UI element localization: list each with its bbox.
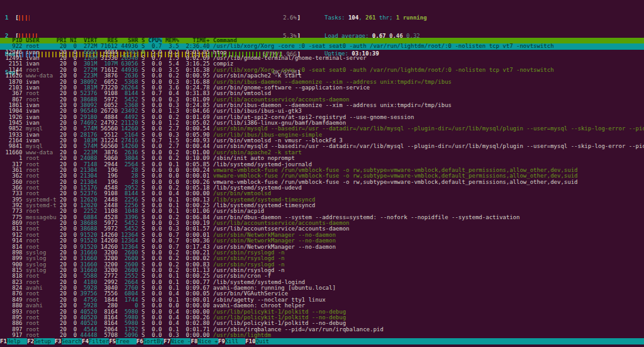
column-header-ni[interactable]: NI bbox=[70, 38, 77, 43]
process-row[interactable]: 917 root 20 0 44448 5708 5096 S 0.0 0.3 … bbox=[0, 333, 644, 338]
process-row[interactable]: 1861 ivan 20 0 38092 6052 5368 S 0.0 0.3… bbox=[0, 103, 644, 108]
column-header-state[interactable]: S bbox=[142, 38, 145, 43]
process-row[interactable]: 867 root 20 0 38688 5972 5452 S 0.0 0.3 … bbox=[0, 97, 644, 103]
column-header-mem[interactable]: MEM% bbox=[165, 38, 179, 43]
process-row[interactable]: 2164 ivan 20 0 103M 31224 27416 S 0.7 1.… bbox=[0, 138, 644, 144]
cell-mem: 0.4 bbox=[165, 191, 179, 196]
process-row[interactable]: 922 root 20 0 272M 71612 44936 S 0.7 3.5… bbox=[0, 43, 644, 49]
process-row[interactable]: 9841 mysql 20 0 574M 56560 14260 S 0.0 2… bbox=[0, 144, 644, 149]
cell-res: 5708 bbox=[101, 333, 118, 338]
process-row[interactable]: 823 root 20 0 4180 2992 2664 S 0.0 0.1 0… bbox=[0, 280, 644, 285]
process-row[interactable]: 12946 ivan 20 0 6604 4084 2792 R 5.9 0.2… bbox=[0, 50, 644, 55]
column-header-time[interactable]: TIME+ bbox=[182, 38, 209, 43]
cell-res: 196 bbox=[101, 168, 118, 173]
cell-command: avahi-daemon: chroot helper bbox=[213, 303, 644, 309]
cell-res: 7556 bbox=[101, 291, 118, 297]
cell-cpu: 0.0 bbox=[148, 244, 162, 250]
process-row[interactable]: 362 root 20 0 21304 196 28 S 0.0 0.0 0:0… bbox=[0, 173, 644, 179]
process-row[interactable]: 773 root 20 0 2252 1108 1048 S 0.0 0.1 0… bbox=[0, 208, 644, 214]
process-row[interactable]: 1933 ivan 20 0 28176 5512 5164 S 0.0 0.3… bbox=[0, 132, 644, 138]
cell-command: /usr/lib/policykit-1/polkitd --no-debug bbox=[213, 315, 644, 321]
column-header-pri[interactable]: PRI bbox=[57, 38, 67, 43]
cell-res: 2064 bbox=[101, 327, 118, 333]
process-row[interactable]: 876 root 20 0 39756 7556 6804 S 0.0 0.4 … bbox=[0, 291, 644, 297]
process-row[interactable]: 395 systemd-t 20 0 12620 2448 2256 S 0.0… bbox=[0, 197, 644, 203]
process-row[interactable]: 733 root 20 0 52376 9108 8144 S 0.0 0.4 … bbox=[0, 191, 644, 196]
function-key[interactable]: F1Help bbox=[0, 338, 27, 344]
cell-shr: 5368 bbox=[121, 103, 138, 108]
process-row[interactable]: 899 syslog 20 0 31660 3200 2600 S 0.0 0.… bbox=[0, 256, 644, 261]
column-header-virt[interactable]: VIRT bbox=[80, 38, 97, 43]
function-key[interactable]: F9Kill bbox=[218, 338, 245, 344]
process-row[interactable]: 392 systemd-t 20 0 12620 2448 2256 S 0.0… bbox=[0, 203, 644, 208]
cell-command: /usr/lib/at-spi2-core/at-spi2-registryd … bbox=[213, 115, 644, 120]
process-row[interactable]: 9852 mysql 20 0 574M 56560 14260 S 0.0 2… bbox=[0, 126, 644, 132]
function-key[interactable]: F10Quit bbox=[245, 338, 276, 344]
process-row[interactable]: 1904 ivan 20 0 96540 26720 23492 S 0.0 1… bbox=[0, 108, 644, 114]
process-row[interactable]: 897 root 20 0 4544 2064 1792 S 0.0 0.1 0… bbox=[0, 327, 644, 333]
cell-virt: 21304 bbox=[80, 179, 97, 185]
cell-user: root bbox=[26, 91, 57, 96]
function-key[interactable]: F4Filter bbox=[82, 338, 109, 344]
process-row[interactable]: 2103 ivan 20 0 181M 73220 26264 S 0.0 3.… bbox=[0, 85, 644, 91]
cell-res: 56560 bbox=[101, 144, 118, 149]
cell-time: 0:05.90 bbox=[182, 132, 209, 138]
function-key[interactable]: F8Nice + bbox=[191, 338, 218, 344]
tasks-separator: , bbox=[358, 14, 365, 21]
process-row[interactable]: 775 messagebu 20 0 6884 4528 3396 S 0.0 … bbox=[0, 215, 644, 220]
process-row[interactable]: 900 syslog 20 0 31660 3200 2600 S 0.0 0.… bbox=[0, 262, 644, 268]
process-row[interactable]: 880 avahi 20 0 5928 280 0 S 0.0 0.0 0:00… bbox=[0, 303, 644, 309]
process-row[interactable]: 898 syslog 20 0 31660 3200 2600 S 0.0 0.… bbox=[0, 250, 644, 256]
process-row[interactable]: 849 root 20 0 4756 1844 1744 S 0.0 0.1 0… bbox=[0, 297, 644, 303]
cell-cpu: 0.0 bbox=[148, 315, 162, 321]
process-row[interactable]: 360 root 20 0 21304 196 28 S 0.0 0.0 0:0… bbox=[0, 179, 644, 185]
process-row[interactable]: 11660 www-data 20 0 223M 3876 2636 S 0.0… bbox=[0, 150, 644, 156]
column-header-pid[interactable]: PID bbox=[2, 38, 23, 43]
process-row[interactable]: 815 syslog 20 0 31660 3200 2600 S 0.0 0.… bbox=[0, 268, 644, 273]
cell-command: htop bbox=[213, 50, 644, 55]
cell-virt: 29180 bbox=[80, 115, 97, 120]
column-header-res[interactable]: RES bbox=[101, 38, 118, 43]
function-key[interactable]: F6SortBy bbox=[136, 338, 164, 344]
tasks-line: Tasks: 104, 261 thr; 1 running bbox=[325, 15, 644, 21]
function-key[interactable]: F5Tree bbox=[109, 338, 136, 344]
process-row[interactable]: 367 root 20 0 52376 9108 8144 S 0.7 0.4 … bbox=[0, 91, 644, 96]
cell-command: /usr/bin/vmtoolsd bbox=[213, 91, 644, 96]
process-row[interactable]: 2151 ivan 20 0 301M 107M 63056 S 0.0 5.4… bbox=[0, 61, 644, 67]
process-row[interactable]: 886 root 20 0 40520 8164 5980 S 0.0 0.4 … bbox=[0, 321, 644, 326]
cell-user: root bbox=[26, 273, 57, 279]
process-row[interactable]: 813 root 20 0 38688 5972 5452 S 0.0 0.3 … bbox=[0, 227, 644, 232]
process-row[interactable]: 11626 www-data 20 0 223M 3876 2636 S 0.0… bbox=[0, 73, 644, 79]
cell-ni: 0 bbox=[70, 126, 77, 132]
column-header-cpu-sort-active[interactable]: CPU% bbox=[148, 38, 162, 43]
process-row[interactable]: 12491 ivan 20 0 116M 31536 26548 S 0.7 1… bbox=[0, 55, 644, 61]
process-row[interactable]: 361 root 20 0 21304 196 28 S 0.0 0.0 0:0… bbox=[0, 168, 644, 173]
process-row[interactable]: 814 root 20 0 91520 14260 12364 S 0.0 0.… bbox=[0, 244, 644, 250]
process-row[interactable]: 317 root 20 0 7148 2944 2564 S 0.0 0.1 0… bbox=[0, 162, 644, 168]
process-row[interactable]: 366 root 20 0 15176 4548 2952 S 0.0 0.2 … bbox=[0, 185, 644, 191]
function-key[interactable]: F2Setup bbox=[27, 338, 54, 344]
process-row[interactable]: 869 root 20 0 38688 5972 5452 S 0.0 0.3 … bbox=[0, 220, 644, 226]
cell-user: ivan bbox=[26, 50, 57, 55]
process-row[interactable]: 1945 ivan 20 0 74692 24792 21120 S 0.0 1… bbox=[0, 120, 644, 126]
function-key[interactable]: F3Search bbox=[55, 338, 82, 344]
column-header-command[interactable]: Command bbox=[213, 38, 644, 43]
process-row[interactable]: 895 root 20 0 40520 8164 5980 S 0.0 0.4 … bbox=[0, 315, 644, 321]
column-header-shr[interactable]: SHR bbox=[121, 38, 138, 43]
cell-cpu: 0.0 bbox=[148, 97, 162, 103]
process-row[interactable]: 914 root 20 0 91520 14260 12364 S 0.0 0.… bbox=[0, 238, 644, 244]
process-row[interactable]: 1870 ivan 20 0 38092 6052 5368 S 0.0 0.3… bbox=[0, 79, 644, 85]
cell-pri: 20 bbox=[57, 67, 67, 73]
process-row[interactable]: 1144 root 20 0 272M 71612 44936 S 0.0 3.… bbox=[0, 67, 644, 73]
process-row[interactable]: 824 avahi 20 0 5928 3040 2760 S 0.0 0.1 … bbox=[0, 285, 644, 291]
process-row[interactable]: 893 root 20 0 40520 8164 5980 S 0.0 0.4 … bbox=[0, 309, 644, 315]
cell-state: S bbox=[142, 303, 145, 309]
function-key[interactable]: F7Nice - bbox=[164, 338, 191, 344]
cell-time: 0:24.85 bbox=[182, 103, 209, 108]
process-row[interactable]: 1926 ivan 20 0 29180 4884 4492 S 0.0 0.2… bbox=[0, 115, 644, 120]
process-row[interactable]: 912 root 20 0 91520 14260 12364 S 0.0 0.… bbox=[0, 232, 644, 238]
process-row[interactable]: 818 root 20 0 5588 2772 2552 S 0.0 0.1 0… bbox=[0, 273, 644, 279]
process-row[interactable]: 1 root 20 0 24088 5060 3804 S 0.0 0.2 0:… bbox=[0, 156, 644, 161]
column-header-user[interactable]: USER bbox=[26, 38, 57, 43]
cell-pid: 773 bbox=[2, 208, 23, 214]
